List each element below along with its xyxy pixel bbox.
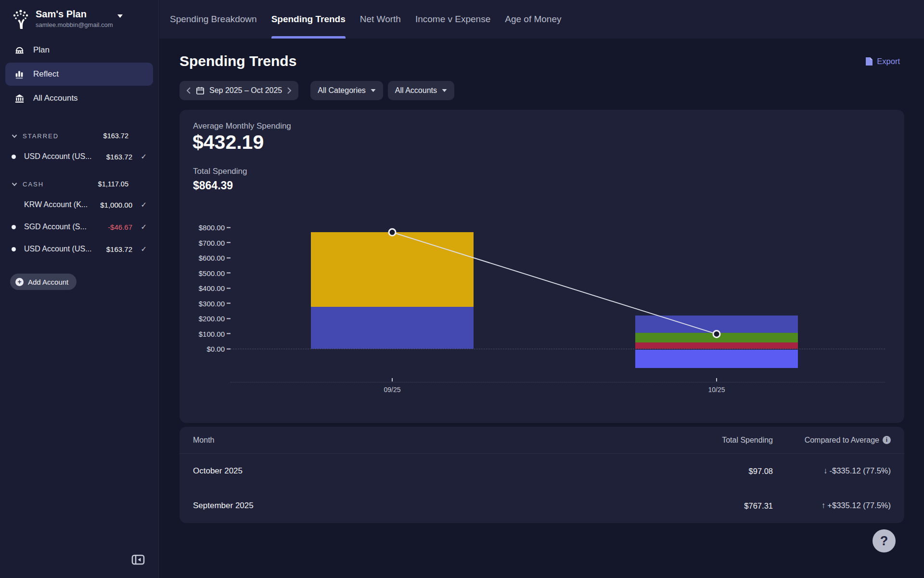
help-button[interactable]: ?: [873, 529, 896, 552]
x-axis-line: [231, 382, 885, 382]
table-row[interactable]: September 2025 $767.31 ↑+$335.12 (77.5%): [180, 488, 904, 523]
sidebar-item-label: Plan: [33, 45, 50, 55]
page-title: Spending Trends: [180, 53, 296, 69]
column-header-total-spending: Total Spending: [722, 436, 773, 445]
account-row[interactable]: KRW Account (K... $1,000.00 ✓: [0, 194, 158, 216]
sidebar: Sam's Plan samlee.mobbin@gmail.com Plan: [0, 0, 159, 578]
y-axis-tick-label: $100.00: [199, 329, 225, 338]
account-row[interactable]: USD Account (US... $163.72 ✓: [0, 238, 158, 260]
info-icon[interactable]: i: [883, 436, 891, 444]
sidebar-item-all-accounts[interactable]: All Accounts: [5, 87, 153, 110]
account-group: STARRED $163.72 USD Account (US... $163.…: [0, 126, 158, 168]
workspace-switcher[interactable]: Sam's Plan samlee.mobbin@gmail.com: [0, 0, 158, 34]
workspace-text: Sam's Plan samlee.mobbin@gmail.com: [36, 8, 113, 30]
bar-segment-green-segment[interactable]: [635, 333, 798, 342]
y-axis-tick: $500.00: [180, 269, 231, 277]
y-axis-tick: $700.00: [180, 238, 231, 247]
y-axis-tick: $800.00: [180, 223, 231, 232]
add-account-label: Add Account: [28, 278, 68, 286]
accounts-dropdown[interactable]: All Accounts: [388, 81, 454, 100]
x-axis-tick-label: 09/25: [384, 386, 400, 394]
check-icon: ✓: [141, 245, 147, 253]
account-group-header[interactable]: STARRED $163.72: [0, 126, 158, 145]
workspace-email: samlee.mobbin@gmail.com: [36, 21, 113, 28]
chevron-down-icon: [12, 182, 18, 186]
account-group-total: $163.72: [103, 132, 128, 140]
total-spending-line: [180, 110, 904, 423]
check-icon: ✓: [141, 223, 147, 231]
export-button[interactable]: Export: [865, 57, 900, 66]
account-group: CASH $1,117.05 KRW Account (K... $1,000.…: [0, 174, 158, 260]
account-group-label: CASH: [23, 181, 44, 188]
date-range-picker[interactable]: Sep 2025 – Oct 2025: [180, 81, 298, 100]
account-groups: STARRED $163.72 USD Account (US... $163.…: [0, 126, 158, 260]
y-axis-tick: $600.00: [180, 254, 231, 262]
row-total: $97.08: [749, 467, 773, 476]
y-axis-tick-label: $200.00: [199, 315, 225, 323]
account-row[interactable]: USD Account (US... $163.72 ✓: [0, 145, 158, 168]
account-group-header[interactable]: CASH $1,117.05: [0, 174, 158, 194]
bar-segment-yellow-segment[interactable]: [311, 232, 474, 306]
check-icon: ✓: [141, 152, 147, 160]
sidebar-nav: Plan Reflect All Accounts: [0, 39, 158, 110]
chevron-left-icon[interactable]: [186, 87, 191, 94]
row-month: October 2025: [193, 466, 749, 476]
sidebar-item-plan[interactable]: Plan: [5, 39, 153, 62]
y-axis-tick-dash: [227, 303, 231, 304]
main-content: Spending Trends Export Sep 2025 – Oct 20…: [159, 39, 924, 578]
sidebar-item-reflect[interactable]: Reflect: [5, 63, 153, 86]
tab-income-v-expense[interactable]: Income v Expense: [415, 0, 490, 39]
page-header: Spending Trends Export: [180, 53, 900, 69]
filter-bar: Sep 2025 – Oct 2025 All Categories All A…: [180, 81, 454, 100]
bullet-icon: [12, 225, 16, 229]
x-axis-tick: [392, 378, 393, 381]
y-axis-tick: $200.00: [180, 315, 231, 323]
add-account-button[interactable]: + Add Account: [10, 274, 77, 290]
bullet-icon: [12, 247, 16, 251]
y-axis-tick: $400.00: [180, 284, 231, 292]
categories-dropdown[interactable]: All Categories: [310, 81, 383, 100]
row-compared: ↑+$335.12 (77.5%): [773, 501, 891, 511]
x-axis-tick-label: 10/25: [708, 386, 725, 394]
account-row[interactable]: SGD Account (S... -$46.67 ✓: [0, 216, 158, 238]
bar-segment-periwinkle-refund-segment[interactable]: [635, 350, 798, 368]
tab-net-worth[interactable]: Net Worth: [360, 0, 401, 39]
export-file-icon: [865, 57, 873, 66]
bar-segment-indigo-segment[interactable]: [635, 315, 798, 333]
account-name: USD Account (US...: [24, 245, 103, 253]
y-axis-tick-dash: [227, 318, 231, 319]
y-axis-tick-label: $400.00: [199, 284, 225, 292]
bar-segment-crimson-segment[interactable]: [635, 342, 798, 349]
row-month: September 2025: [193, 501, 744, 511]
check-icon: ✓: [141, 200, 147, 209]
y-axis-tick-label: $600.00: [199, 254, 225, 262]
chevron-down-icon[interactable]: [117, 13, 123, 18]
column-header-compared: Compared to Average i: [773, 436, 891, 445]
tab-spending-trends[interactable]: Spending Trends: [271, 0, 346, 39]
y-axis-tick: $0.00: [180, 345, 231, 353]
arrow-down-icon: ↓: [823, 466, 828, 475]
y-axis-tick-dash: [227, 273, 231, 274]
tab-age-of-money[interactable]: Age of Money: [505, 0, 561, 39]
y-axis-tick-label: $500.00: [199, 269, 225, 277]
plus-icon: +: [15, 278, 24, 286]
export-label: Export: [877, 57, 900, 66]
bar-segment-indigo-segment[interactable]: [311, 307, 474, 349]
y-axis-tick: $300.00: [180, 299, 231, 307]
y-axis-tick-dash: [227, 257, 231, 258]
account-name: SGD Account (S...: [24, 223, 104, 231]
tab-spending-breakdown[interactable]: Spending Breakdown: [170, 0, 257, 39]
zero-gridline: [231, 349, 885, 349]
account-group-label: STARRED: [23, 132, 59, 140]
monthly-spending-table: Month Total Spending Compared to Average…: [180, 427, 904, 523]
collapse-sidebar-button[interactable]: [131, 552, 145, 569]
y-axis-tick-label: $0.00: [206, 345, 225, 353]
bar-chart-icon: [14, 68, 26, 80]
column-header-month: Month: [193, 436, 722, 445]
y-axis-tick-dash: [227, 242, 231, 243]
y-axis-tick-label: $800.00: [199, 223, 225, 232]
categories-dropdown-value: All Categories: [318, 86, 366, 95]
chevron-right-icon[interactable]: [287, 87, 292, 94]
table-row[interactable]: October 2025 $97.08 ↓-$335.12 (77.5%): [180, 454, 904, 488]
arrow-up-icon: ↑: [821, 501, 826, 510]
